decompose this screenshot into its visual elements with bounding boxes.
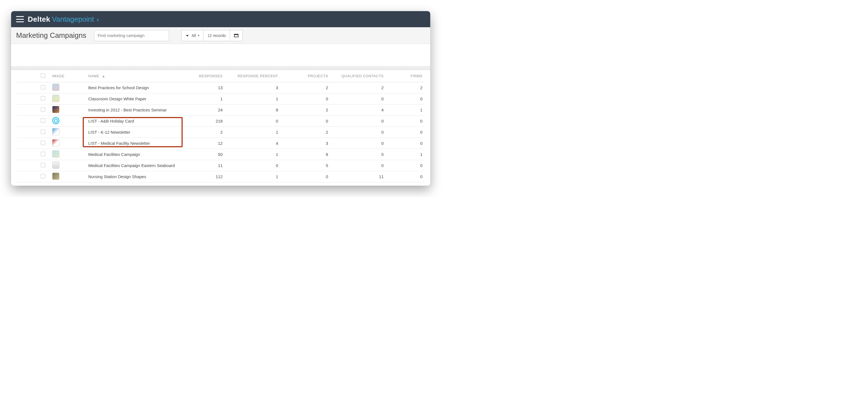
table-row[interactable]: Nursing Station Design Shapes11210110 [17, 171, 425, 182]
table-header-row: IMAGE NAME ▲ RESPONSES RESPONSE PERCENT … [17, 70, 425, 82]
row-qualified-contacts: 0 [330, 119, 386, 123]
row-checkbox[interactable] [41, 141, 45, 145]
row-checkbox[interactable] [41, 96, 45, 101]
row-response-percent: 1 [225, 130, 280, 135]
row-checkbox-cell [36, 174, 50, 179]
row-qualified-contacts: 0 [330, 141, 386, 146]
layout-button[interactable] [230, 30, 242, 41]
thumbnail-icon[interactable] [52, 150, 59, 158]
row-firms: 0 [386, 96, 425, 101]
table-row[interactable]: Medical Facilities Campaign501851 [17, 149, 425, 160]
row-qualified-contacts: 5 [330, 152, 386, 157]
thumbnail-icon[interactable] [52, 84, 59, 91]
table-row[interactable]: Classroom Design White Paper11000 [17, 93, 425, 105]
data-grid: IMAGE NAME ▲ RESPONSES RESPONSE PERCENT … [17, 70, 425, 182]
row-checkbox-cell [36, 118, 50, 124]
search-input[interactable] [94, 30, 169, 41]
row-projects: 0 [280, 96, 330, 101]
row-checkbox[interactable] [41, 163, 45, 167]
row-response-percent: 1 [225, 96, 280, 101]
row-name[interactable]: Medical Facilities Campaign Eastern Seab… [86, 163, 180, 168]
row-firms: 0 [386, 141, 425, 146]
row-name[interactable]: LIST - A&B Holiday Card [86, 119, 180, 123]
table-row[interactable]: Medical Facilities Campaign Eastern Seab… [17, 160, 425, 171]
row-firms: 1 [386, 152, 425, 157]
thumbnail-icon[interactable] [52, 117, 59, 124]
row-qualified-contacts: 0 [330, 130, 386, 135]
row-image-cell [50, 95, 86, 103]
row-response-percent: 0 [225, 119, 280, 123]
row-responses: 13 [180, 85, 225, 90]
thumbnail-icon[interactable] [52, 162, 59, 169]
row-name[interactable]: Medical Facilities Campaign [86, 152, 180, 157]
row-responses: 12 [180, 141, 225, 146]
table-row[interactable]: LIST - A&B Holiday Card2180000 [17, 116, 425, 127]
thumbnail-icon[interactable] [52, 139, 59, 146]
row-projects: 2 [280, 108, 330, 112]
toolbar: Marketing Campaigns ⏷ All ▾ 12 records [11, 27, 430, 44]
page-title: Marketing Campaigns [16, 31, 86, 40]
row-checkbox[interactable] [41, 118, 45, 123]
row-firms: 0 [386, 174, 425, 179]
row-response-percent: 3 [225, 85, 280, 90]
row-image-cell [50, 106, 86, 114]
thumbnail-icon[interactable] [52, 128, 59, 135]
row-firms: 1 [386, 108, 425, 112]
col-firms[interactable]: FIRMS [386, 74, 425, 78]
filter-label: All [191, 33, 196, 38]
row-projects: 2 [280, 130, 330, 135]
row-projects: 3 [280, 141, 330, 146]
col-response-percent[interactable]: RESPONSE PERCENT [225, 74, 280, 78]
col-image[interactable]: IMAGE [50, 74, 86, 78]
row-projects: 2 [280, 85, 330, 90]
col-responses[interactable]: RESPONSES [180, 74, 225, 78]
divider [11, 66, 430, 70]
row-qualified-contacts: 4 [330, 108, 386, 112]
select-all-checkbox[interactable] [41, 73, 45, 78]
row-responses: 24 [180, 108, 225, 112]
app-window: Deltek Vantagepoint › Marketing Campaign… [11, 11, 430, 186]
sort-asc-icon: ▲ [102, 75, 105, 78]
hamburger-menu-icon[interactable] [16, 16, 24, 22]
row-projects: 8 [280, 152, 330, 157]
row-response-percent: 1 [225, 174, 280, 179]
row-name[interactable]: Nursing Station Design Shapes [86, 174, 180, 179]
row-projects: 0 [280, 174, 330, 179]
row-responses: 50 [180, 152, 225, 157]
col-projects[interactable]: PROJECTS [280, 74, 330, 78]
row-firms: 0 [386, 163, 425, 168]
row-checkbox[interactable] [41, 107, 45, 112]
col-name[interactable]: NAME ▲ [86, 74, 180, 78]
table-row[interactable]: Best Practices for School Design133222 [17, 82, 425, 93]
row-name[interactable]: Classroom Design White Paper [86, 96, 180, 101]
thumbnail-icon[interactable] [52, 173, 59, 180]
col-qualified-contacts[interactable]: QUALIFIED CONTACTS [330, 74, 386, 78]
row-image-cell [50, 150, 86, 159]
chevron-down-icon: ▾ [198, 34, 199, 37]
row-checkbox-cell [36, 85, 50, 90]
row-firms: 0 [386, 130, 425, 135]
table-row[interactable]: Investing in 2012 - Best Practices Semin… [17, 105, 425, 116]
row-responses: 11 [180, 163, 225, 168]
table-row[interactable]: LIST - Medical Facility Newsletter124300 [17, 138, 425, 149]
records-count[interactable]: 12 records [204, 30, 230, 41]
row-checkbox[interactable] [41, 174, 45, 178]
row-name[interactable]: LIST - Medical Facility Newsletter [86, 141, 180, 146]
thumbnail-icon[interactable] [52, 106, 59, 113]
chevron-right-icon[interactable]: › [97, 16, 98, 23]
row-name[interactable]: Best Practices for School Design [86, 85, 180, 90]
table-row[interactable]: LIST - K-12 Newsletter21200 [17, 127, 425, 138]
row-responses: 2 [180, 130, 225, 135]
row-checkbox[interactable] [41, 152, 45, 156]
thumbnail-icon[interactable] [52, 95, 59, 102]
row-projects: 5 [280, 163, 330, 168]
row-response-percent: 8 [225, 108, 280, 112]
row-image-cell [50, 139, 86, 147]
filter-dropdown[interactable]: ⏷ All ▾ [182, 30, 204, 41]
row-name[interactable]: LIST - K-12 Newsletter [86, 130, 180, 135]
row-response-percent: 0 [225, 163, 280, 168]
row-checkbox[interactable] [41, 130, 45, 134]
row-name[interactable]: Investing in 2012 - Best Practices Semin… [86, 108, 180, 112]
row-checkbox[interactable] [41, 85, 45, 89]
row-response-percent: 4 [225, 141, 280, 146]
